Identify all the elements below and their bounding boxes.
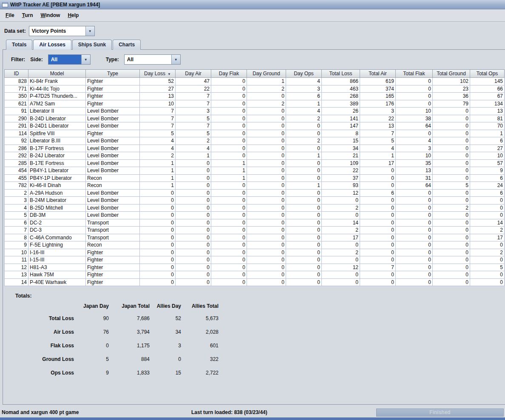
table-cell: 0	[211, 137, 247, 145]
totals-value: 1,833	[111, 366, 151, 380]
column-header-total-ops[interactable]: Total Ops	[470, 70, 505, 78]
table-cell: 92	[5, 137, 28, 145]
table-cell: 0	[176, 159, 211, 167]
table-row[interactable]: 285B-17E FortressLevel Bomber10100109173…	[5, 159, 505, 167]
column-header-day-loss[interactable]: Day Loss▼	[140, 70, 176, 78]
table-row[interactable]: 771Ki-44-IIc TojoFighter2722023463374023…	[5, 85, 505, 93]
table-row[interactable]: 292B-24J LiberatorLevel Bomber2100121110…	[5, 152, 505, 160]
tab-charts[interactable]: Charts	[113, 40, 141, 50]
column-header-model[interactable]: Model	[28, 70, 86, 78]
totals-row-label: Flak Loss	[15, 339, 78, 352]
column-header-total-loss[interactable]: Total Loss	[322, 70, 360, 78]
table-cell: 0	[247, 115, 286, 122]
table-row[interactable]: 290B-24D LiberatorLevel Bomber7500214122…	[5, 115, 505, 122]
table-cell: 828	[5, 78, 28, 85]
table-row[interactable]: 828Ki-84r FrankFighter524701486661901021…	[5, 78, 505, 85]
table-cell: 7	[140, 108, 176, 115]
table-row[interactable]: 91Liberator IILevel Bomber7300426310013	[5, 108, 505, 115]
column-header-type[interactable]: Type	[86, 70, 140, 78]
table-cell: 0	[396, 219, 433, 227]
table-row[interactable]: 782Ki-46-II DinahRecon1000193064524	[5, 182, 505, 190]
menu-window[interactable]: Window	[37, 11, 64, 20]
column-header-day-flak[interactable]: Day Flak	[211, 70, 247, 78]
table-cell: 0	[360, 234, 396, 241]
filter-label: Filter:	[11, 57, 25, 62]
table-cell: 165	[360, 93, 396, 100]
table-cell: 0	[176, 174, 211, 182]
table-cell: 4	[360, 145, 396, 152]
table-cell: 0	[433, 278, 470, 286]
table-row[interactable]: 291B-24D1 LiberatorLevel Bomber770001471…	[5, 122, 505, 130]
table-cell: 0	[176, 204, 211, 212]
table-row[interactable]: 6DC-2Transport000001400014	[5, 219, 505, 227]
table-cell: I-16-III	[28, 249, 86, 256]
table-cell: 0	[322, 212, 360, 219]
column-header-total-ground[interactable]: Total Ground	[433, 70, 470, 78]
table-row[interactable]: 92Liberator B.IIILevel Bomber42002155406	[5, 137, 505, 145]
table-cell: 2	[5, 189, 28, 197]
side-filter-combo[interactable]: All ▼	[48, 54, 91, 65]
menu-turn[interactable]: Turn	[18, 11, 37, 20]
table-row[interactable]: 8C-46A CommandoTransport000001700017	[5, 234, 505, 241]
column-header-day-ground[interactable]: Day Ground	[247, 70, 286, 78]
table-row[interactable]: 4B-25D MitchellLevel Bomber0000020020	[5, 204, 505, 212]
table-cell: 0	[247, 249, 286, 256]
table-row[interactable]: 14P-40E WarhawkFighter0000000000	[5, 278, 505, 286]
table-row[interactable]: 286B-17F FortressLevel Bomber44000344302…	[5, 145, 505, 152]
table-cell: 0	[176, 256, 211, 264]
table-row[interactable]: 12H81-A3Fighter00000127005	[5, 264, 505, 271]
chevron-down-icon[interactable]: ▼	[81, 55, 90, 64]
tab-totals[interactable]: Totals	[6, 40, 32, 50]
table-row[interactable]: 2A-29A HudsonLevel Bomber00000126006	[5, 189, 505, 197]
titlebar[interactable]: WitP Tracker AE [PBEM xargun 1944]	[0, 0, 505, 9]
table-cell: Level Bomber	[86, 204, 140, 212]
table-cell: 0	[140, 189, 176, 197]
tab-air-losses[interactable]: Air Losses	[33, 40, 71, 50]
table-row[interactable]: 350P-47D25 Thunderb...Fighter13700626816…	[5, 93, 505, 100]
table-row[interactable]: 9F-5E LightningRecon0000000000	[5, 241, 505, 249]
table-row[interactable]: 5DB-3MLevel Bomber0000000000	[5, 212, 505, 219]
table-row[interactable]: 621A7M2 SamFighter107021389176079134	[5, 100, 505, 108]
table-row[interactable]: 3B-24M LiberatorLevel Bomber0000000000	[5, 197, 505, 204]
table-cell: 0	[322, 271, 360, 279]
side-filter-value: All	[48, 55, 81, 64]
table-cell: 5	[140, 130, 176, 137]
finished-button[interactable]: Finished	[376, 409, 504, 417]
table-cell: 389	[322, 100, 360, 108]
totals-row: Flak Loss01,1753601	[15, 339, 220, 352]
table-row[interactable]: 454PB4Y-1 LiberatorLevel Bomber101002201…	[5, 167, 505, 175]
table-cell: A-29A Hudson	[28, 189, 86, 197]
table-cell: 114	[5, 130, 28, 137]
table-cell: Fighter	[86, 85, 140, 93]
table-cell: 5	[176, 115, 211, 122]
table-cell: 0	[396, 227, 433, 234]
table-cell: 0	[211, 108, 247, 115]
table-cell: 1	[140, 174, 176, 182]
table-cell: Liberator B.III	[28, 137, 86, 145]
column-header-day-air[interactable]: Day Air	[176, 70, 211, 78]
table-row[interactable]: 7DC-3Transport0000020002	[5, 227, 505, 234]
table-row[interactable]: 114Spitfire VIIIFighter5500087001	[5, 130, 505, 137]
table-row[interactable]: 455PB4Y-1P LiberatorRecon101003703106	[5, 174, 505, 182]
totals-value: 3	[151, 339, 183, 352]
table-cell: 3	[360, 108, 396, 115]
chevron-down-icon[interactable]: ▼	[171, 55, 180, 64]
table-row[interactable]: 13Hawk 75MFighter0000000000	[5, 271, 505, 279]
table-cell: Recon	[86, 241, 140, 249]
column-header-total-air[interactable]: Total Air	[360, 70, 396, 78]
table-row[interactable]: 10I-16-IIIFighter0000020002	[5, 249, 505, 256]
table-cell: 4	[396, 137, 433, 145]
menubar: File Turn Window Help	[0, 9, 505, 22]
table-row[interactable]: 11I-15-IIIFighter0000000000	[5, 256, 505, 264]
type-filter-combo[interactable]: All ▼	[124, 54, 181, 65]
column-header-id[interactable]: ID	[5, 70, 28, 78]
menu-help[interactable]: Help	[64, 11, 82, 20]
chevron-down-icon[interactable]: ▼	[85, 26, 94, 36]
totals-value: 90	[78, 312, 111, 325]
menu-file[interactable]: File	[2, 11, 18, 20]
dataset-combo[interactable]: Victory Points ▼	[29, 26, 95, 36]
column-header-day-ops[interactable]: Day Ops	[286, 70, 322, 78]
table-cell: Fighter	[86, 264, 140, 271]
column-header-total-flak[interactable]: Total Flak	[396, 70, 433, 78]
tab-ships-sunk[interactable]: Ships Sunk	[72, 40, 112, 50]
